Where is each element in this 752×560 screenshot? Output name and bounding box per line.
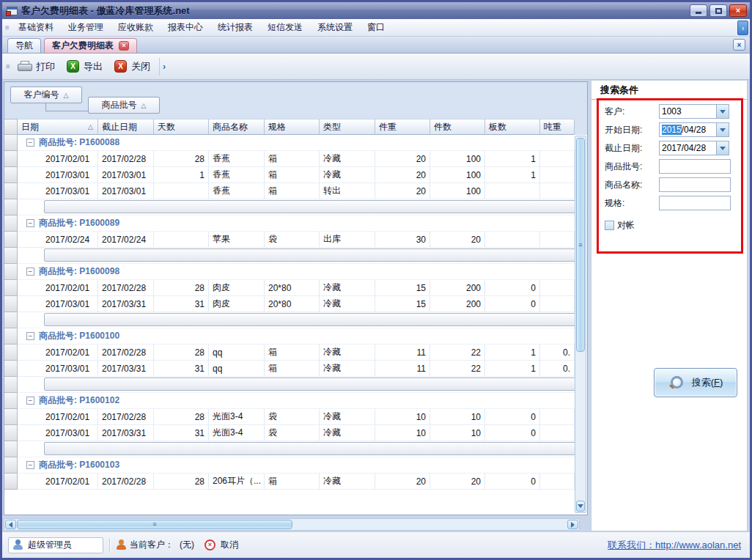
cell bbox=[540, 183, 575, 199]
row-indicator[interactable] bbox=[4, 361, 18, 377]
column-header[interactable]: 截止日期 bbox=[98, 119, 154, 135]
maximize-button[interactable] bbox=[709, 4, 727, 17]
menu-item[interactable]: 窗口 bbox=[361, 19, 391, 36]
table-row[interactable]: 2017/03/012017/03/011香蕉箱冷藏201001 bbox=[4, 167, 587, 183]
tabstrip-close-icon[interactable]: × bbox=[733, 39, 745, 51]
row-indicator[interactable] bbox=[4, 135, 18, 151]
cell: 100 bbox=[430, 183, 485, 199]
group-header-row[interactable]: −商品批号: P1600098 bbox=[4, 264, 587, 280]
row-indicator[interactable] bbox=[4, 296, 18, 312]
table-row[interactable]: 2017/03/012017/03/3131肉皮20*80冷藏152000 bbox=[4, 296, 587, 312]
tab-navigation[interactable]: 导航 bbox=[7, 38, 41, 53]
row-indicator[interactable] bbox=[4, 312, 18, 328]
column-header[interactable]: 日期△ bbox=[18, 119, 98, 135]
spec-input[interactable] bbox=[659, 196, 731, 210]
table-row[interactable]: 2017/02/012017/02/2828光面3-4袋冷藏10100 bbox=[4, 409, 587, 425]
contact-link[interactable]: 联系我们：http://www.aolan.net bbox=[608, 539, 744, 552]
column-header[interactable]: 板数 bbox=[485, 119, 540, 135]
menu-item[interactable]: 报表中心 bbox=[161, 19, 210, 36]
close-tab-button[interactable]: X 关闭 bbox=[108, 57, 156, 76]
collapse-icon[interactable]: − bbox=[26, 397, 34, 405]
table-row[interactable]: 2017/03/012017/03/3131qq箱冷藏112210. bbox=[4, 361, 587, 377]
row-indicator[interactable] bbox=[4, 425, 18, 441]
row-indicator[interactable] bbox=[4, 474, 18, 490]
menu-item[interactable]: 系统设置 bbox=[311, 19, 359, 36]
group-header-row[interactable]: −商品批号: P1600088 bbox=[4, 135, 587, 151]
column-header[interactable]: 天数 bbox=[154, 119, 209, 135]
column-header[interactable]: 件数 bbox=[430, 119, 485, 135]
groupbox-customer-code[interactable]: 客户编号 △ bbox=[10, 86, 82, 103]
customer-dropdown-button[interactable] bbox=[716, 105, 729, 118]
menu-item[interactable]: 基础资料 bbox=[12, 19, 60, 36]
end-date-dropdown-button[interactable] bbox=[716, 141, 729, 155]
group-header-row[interactable]: −商品批号: P1600103 bbox=[4, 457, 587, 474]
table-row[interactable]: 2017/03/012017/03/01香蕉箱转出20100 bbox=[4, 183, 587, 199]
column-header[interactable]: 类型 bbox=[320, 119, 375, 135]
menu-item[interactable]: 短信发送 bbox=[261, 19, 309, 36]
table-row[interactable]: 2017/02/012017/02/2828206耳片（...箱冷藏20200 bbox=[4, 474, 587, 490]
table-row[interactable]: 2017/03/012017/03/3131光面3-4袋冷藏10100 bbox=[4, 425, 587, 441]
column-header[interactable]: 商品名称 bbox=[209, 119, 265, 135]
reconcile-checkbox[interactable] bbox=[605, 221, 614, 230]
group-header-row[interactable]: −商品批号: P1600100 bbox=[4, 328, 587, 345]
end-date-picker[interactable]: 2017/04/28 bbox=[659, 141, 729, 155]
group-header-row[interactable]: −商品批号: P1600089 bbox=[4, 215, 587, 232]
vertical-scrollbar[interactable]: ≡ bbox=[575, 136, 586, 513]
collapse-icon[interactable]: − bbox=[26, 332, 34, 340]
row-indicator[interactable] bbox=[4, 377, 18, 393]
row-indicator[interactable] bbox=[4, 409, 18, 425]
toolbar-overflow-chevron-icon[interactable]: › bbox=[159, 58, 169, 75]
row-indicator[interactable] bbox=[4, 280, 18, 296]
scroll-right-button[interactable] bbox=[567, 520, 578, 529]
row-indicator[interactable] bbox=[4, 264, 18, 280]
cancel-label[interactable]: 取消 bbox=[221, 539, 238, 551]
row-indicator[interactable] bbox=[4, 457, 18, 474]
minimize-button[interactable] bbox=[690, 4, 707, 17]
batch-input[interactable] bbox=[659, 159, 731, 174]
tab-report-active[interactable]: 客户欠费明细表 × bbox=[44, 38, 137, 53]
menu-overflow-chevron-icon[interactable]: › bbox=[737, 21, 748, 35]
cancel-icon[interactable]: × bbox=[204, 539, 215, 550]
column-header[interactable]: 件重 bbox=[375, 119, 430, 135]
export-button[interactable]: X 导出 bbox=[61, 57, 108, 76]
row-indicator[interactable] bbox=[4, 328, 18, 345]
table-row[interactable]: 2017/02/012017/02/2828肉皮20*80冷藏152000 bbox=[4, 280, 587, 296]
vertical-scrollbar-thumb[interactable]: ≡ bbox=[576, 138, 585, 352]
start-date-dropdown-button[interactable] bbox=[716, 123, 729, 136]
menu-item[interactable]: 统计报表 bbox=[211, 19, 259, 36]
row-indicator[interactable] bbox=[4, 199, 18, 215]
collapse-icon[interactable]: − bbox=[26, 139, 34, 147]
customer-combobox[interactable]: 1003 bbox=[659, 104, 729, 119]
table-row[interactable]: 2017/02/242017/02/24苹果袋出库3020 bbox=[4, 232, 587, 248]
row-indicator[interactable] bbox=[4, 167, 18, 183]
search-button[interactable]: 搜索(F) bbox=[654, 368, 737, 397]
row-indicator[interactable] bbox=[4, 183, 18, 199]
scroll-left-button[interactable] bbox=[5, 520, 16, 529]
row-indicator[interactable] bbox=[4, 393, 18, 409]
start-date-picker[interactable]: 2015/04/28 bbox=[659, 122, 729, 137]
row-indicator[interactable] bbox=[4, 151, 18, 167]
collapse-icon[interactable]: − bbox=[26, 268, 34, 276]
row-indicator[interactable] bbox=[4, 215, 18, 232]
product-name-input[interactable] bbox=[659, 177, 731, 192]
group-header-row[interactable]: −商品批号: P1600102 bbox=[4, 393, 587, 409]
row-indicator[interactable] bbox=[4, 441, 18, 457]
print-button[interactable]: 打印 bbox=[12, 57, 61, 76]
horizontal-scrollbar[interactable]: ≡ bbox=[4, 518, 580, 531]
table-row[interactable]: 2017/02/012017/02/2828qq箱冷藏112210. bbox=[4, 345, 587, 361]
column-header[interactable]: 吨重 bbox=[540, 119, 575, 135]
collapse-icon[interactable]: − bbox=[26, 219, 34, 227]
collapse-icon[interactable]: − bbox=[26, 461, 34, 469]
table-row[interactable]: 2017/02/012017/02/2828香蕉箱冷藏201001 bbox=[4, 151, 587, 167]
tab-close-icon[interactable]: × bbox=[119, 41, 129, 51]
column-header[interactable]: 规格 bbox=[265, 119, 320, 135]
scroll-down-button[interactable] bbox=[576, 501, 585, 512]
groupbox-product-batch[interactable]: 商品批号 △ bbox=[88, 97, 160, 114]
close-button[interactable]: × bbox=[729, 4, 747, 17]
menu-item[interactable]: 应收账款 bbox=[111, 19, 160, 36]
row-indicator[interactable] bbox=[4, 248, 18, 264]
row-indicator[interactable] bbox=[4, 232, 18, 248]
menu-item[interactable]: 业务管理 bbox=[62, 19, 110, 36]
row-indicator[interactable] bbox=[4, 345, 18, 361]
horizontal-scrollbar-thumb[interactable]: ≡ bbox=[17, 520, 292, 529]
